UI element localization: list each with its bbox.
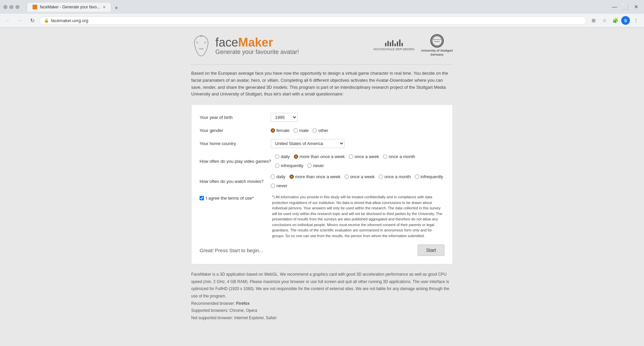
gender-option-female[interactable]: female: [271, 128, 289, 133]
window-close-btn[interactable]: ✕: [631, 2, 641, 12]
terms-text: *) All information you provide in this s…: [272, 194, 444, 238]
svg-text:University of: University of: [433, 39, 441, 40]
movies-option-never[interactable]: never: [271, 183, 287, 188]
reload-button[interactable]: ↻: [28, 16, 37, 25]
logo-subtitle: Generate your favourite avatar!: [215, 49, 299, 56]
hdm-name: HOCHSCHULE DER MEDIEN: [373, 48, 414, 52]
video-games-radio-never[interactable]: [307, 163, 312, 168]
header-logos: HOCHSCHULE DER MEDIEN University of Stut…: [373, 34, 453, 57]
window-restore-btn[interactable]: ⬜: [621, 2, 630, 12]
video-games-option-once_week[interactable]: once a week: [349, 154, 379, 159]
new-tab-button[interactable]: +: [112, 5, 121, 12]
toolbar-icons: ⊞ ☆ 🧩 S ⋮: [589, 16, 641, 25]
movies-radio-daily[interactable]: [271, 175, 275, 179]
logo-maker-text: Maker: [238, 36, 273, 49]
movies-option-more_than_once_week[interactable]: more than once a week: [289, 174, 340, 179]
url-text: facemaker.uvrg.org: [51, 18, 88, 23]
movies-label: How often do you watch movies?: [200, 179, 267, 184]
bottom-info: FaceMaker is a 3D application based on W…: [191, 271, 453, 322]
gender-radio-group: femalemaleother: [271, 128, 328, 133]
home-country-row: Your home country United States of Ameri…: [200, 139, 444, 148]
video-games-option-daily[interactable]: daily: [275, 154, 290, 159]
hdm-bar-3: [390, 42, 391, 46]
movies-radio-once_week[interactable]: [344, 175, 349, 179]
video-games-option-infrequently[interactable]: infrequently: [275, 163, 303, 168]
gender-control-area: femalemaleother: [271, 128, 444, 133]
active-tab[interactable]: faceMaker - Generate your favo... ×: [27, 2, 111, 12]
intro-text: Based on the European average face you h…: [191, 70, 453, 98]
user-avatar[interactable]: S: [621, 16, 630, 25]
menu-icon[interactable]: ⋮: [631, 16, 641, 25]
logo-text: faceMaker Generate your favourite avatar…: [215, 37, 299, 56]
gender-label: Your gender: [200, 128, 267, 133]
uni-name: University of Stuttgart Germany: [421, 49, 453, 57]
main-container: faceMaker Generate your favourite avatar…: [184, 34, 460, 322]
hdm-bars: [385, 40, 403, 46]
video-games-radio-more_than_once_week[interactable]: [294, 154, 298, 159]
gender-option-other[interactable]: other: [313, 128, 328, 133]
window-maximize[interactable]: [9, 5, 13, 9]
header-divider: [191, 64, 453, 65]
hdm-bar-1: [385, 43, 386, 46]
start-message: Great! Press Start to begin...: [200, 248, 263, 253]
year-control-area: 1920192519301935194019451950195519601965…: [271, 113, 444, 122]
page-header: faceMaker Generate your favourite avatar…: [191, 34, 453, 58]
year-select[interactable]: 1920192519301935194019451950195519601965…: [271, 113, 298, 122]
footer-supported: Supported browsers: Chrome, Opera: [191, 307, 453, 315]
video-games-row: How often do you play video games? daily…: [200, 154, 444, 168]
movies-option-once_month[interactable]: once a month: [379, 174, 411, 179]
movies-option-infrequently[interactable]: infrequently: [415, 174, 443, 179]
window-close[interactable]: [15, 5, 19, 9]
terms-left: I agree the terms of use*: [200, 194, 267, 201]
tab-bar: faceMaker - Generate your favo... × +: [23, 2, 124, 12]
movies-radio-group: dailymore than once a weekonce a weekonc…: [271, 174, 444, 188]
uni-logo: University of Stuttgart University of St…: [421, 34, 453, 57]
terms-checkbox[interactable]: [200, 196, 204, 200]
hdm-bar-2: [387, 41, 389, 46]
tab-close-button[interactable]: ×: [103, 4, 105, 10]
movies-radio-never[interactable]: [271, 184, 275, 188]
recommended-value: Firefox: [236, 301, 250, 306]
footer-recommended: Recommended browser: Firefox: [191, 300, 453, 307]
gender-option-male[interactable]: male: [293, 128, 309, 133]
movies-radio-once_month[interactable]: [379, 175, 383, 179]
movies-option-once_week[interactable]: once a week: [344, 174, 375, 179]
form-card: Your year of birth 192019251930193519401…: [191, 105, 453, 264]
puzzle-icon[interactable]: 🧩: [610, 16, 620, 25]
footer-line1: FaceMaker is a 3D application based on W…: [191, 271, 453, 300]
gender-radio-female[interactable]: [271, 128, 275, 133]
video-games-radio-once_month[interactable]: [383, 154, 387, 159]
gender-radio-other[interactable]: [313, 128, 317, 133]
forward-button[interactable]: →: [15, 16, 25, 25]
video-games-radio-once_week[interactable]: [349, 154, 353, 159]
video-games-label: How often do you play video games?: [200, 159, 271, 164]
year-of-birth-row: Your year of birth 192019251930193519401…: [200, 113, 444, 122]
movies-radio-infrequently[interactable]: [415, 175, 419, 179]
video-games-option-once_month[interactable]: once a month: [383, 154, 415, 159]
home-country-label: Your home country: [200, 141, 267, 146]
extensions-icon[interactable]: ⊞: [589, 16, 598, 25]
movies-control-area: dailymore than once a weekonce a weekonc…: [271, 174, 444, 188]
back-button[interactable]: ←: [3, 16, 13, 25]
tab-title: faceMaker - Generate your favo...: [40, 5, 100, 9]
video-games-radio-daily[interactable]: [275, 154, 279, 159]
country-select[interactable]: United States of AmericaGermanyFranceUni…: [271, 139, 344, 148]
bookmark-icon[interactable]: ☆: [600, 16, 609, 25]
uni-circle-svg: University of Stuttgart: [431, 35, 443, 47]
hdm-bar-6: [397, 42, 398, 46]
movies-option-daily[interactable]: daily: [271, 174, 285, 179]
footer-not-supported: Not supported browser: Internet Explorer…: [191, 315, 453, 322]
browser-chrome: faceMaker - Generate your favo... × + — …: [0, 0, 644, 27]
uni-circle-icon: University of Stuttgart: [430, 34, 444, 48]
country-control-area: United States of AmericaGermanyFranceUni…: [271, 139, 444, 148]
video-games-option-never[interactable]: never: [307, 163, 324, 168]
video-games-option-more_than_once_week[interactable]: more than once a week: [294, 154, 345, 159]
window-minimize-btn[interactable]: —: [610, 2, 619, 12]
window-minimize[interactable]: [3, 5, 7, 9]
gender-radio-male[interactable]: [293, 128, 298, 133]
start-button[interactable]: Start: [418, 245, 444, 256]
video-games-radio-infrequently[interactable]: [275, 163, 279, 168]
address-bar[interactable]: 🔒 facemaker.uvrg.org: [40, 16, 586, 25]
terms-label[interactable]: I agree the terms of use*: [206, 196, 254, 201]
movies-radio-more_than_once_week[interactable]: [289, 175, 294, 179]
